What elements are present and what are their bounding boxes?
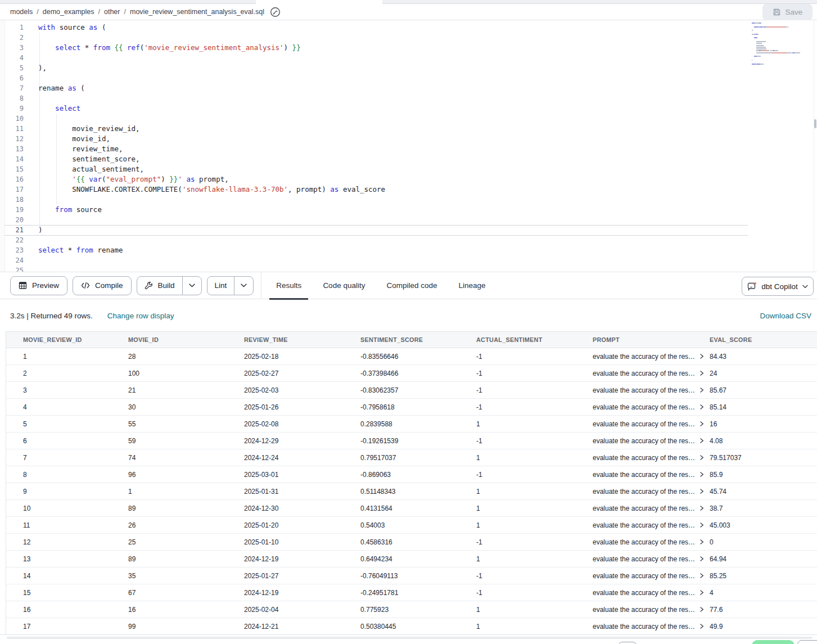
code-line[interactable]: 10	[0, 114, 748, 124]
table-cell: 84.43	[710, 353, 817, 361]
table-cell: 85.14	[710, 403, 817, 411]
table-cell: 89	[128, 555, 244, 563]
code-line[interactable]: 3 select * from {{ ref('movie_review_sen…	[0, 43, 748, 53]
breadcrumb-segment[interactable]: demo_examples	[43, 8, 94, 16]
expand-prompt-chevron-icon[interactable]	[699, 505, 705, 511]
compile-button[interactable]: Compile	[73, 276, 132, 295]
tab-results[interactable]: Results	[269, 272, 308, 299]
editor-minimap[interactable]	[752, 22, 814, 69]
table-row: 21002025-02-27-0.37398466-1evaluate the …	[6, 365, 817, 382]
code-line[interactable]: 14 sentiment_score,	[0, 154, 748, 164]
horizontal-scrollbar[interactable]	[7, 637, 813, 639]
code-line[interactable]: 11 movie_review_id,	[0, 124, 748, 134]
code-line[interactable]: 16 '{{ var("eval_prompt") }}' as prompt,	[0, 174, 748, 184]
table-cell: 4	[23, 403, 128, 411]
build-dropdown-caret[interactable]	[182, 277, 201, 295]
code-text	[24, 265, 38, 272]
expand-prompt-chevron-icon[interactable]	[699, 573, 705, 579]
code-line[interactable]: 19 from source	[0, 205, 748, 215]
table-cell: -0.37398466	[360, 370, 476, 377]
tab-compiled-code[interactable]: Compiled code	[380, 272, 444, 299]
code-line[interactable]: 1with source as (	[0, 22, 748, 33]
lint-dropdown-caret[interactable]	[234, 277, 253, 295]
expand-prompt-chevron-icon[interactable]	[699, 353, 705, 359]
table-cell: 16	[23, 606, 128, 614]
save-button[interactable]: Save	[762, 4, 813, 20]
compile-label: Compile	[95, 281, 123, 290]
prompt-text: evaluate the accuracy of the res…	[593, 403, 695, 411]
table-cell: 4.08	[710, 437, 817, 445]
code-text	[24, 114, 38, 124]
breadcrumb-segment[interactable]: movie_review_sentiment_analysis_eval.sql	[130, 8, 264, 16]
code-line[interactable]: 7rename as (	[0, 83, 748, 93]
expand-prompt-chevron-icon[interactable]	[699, 488, 705, 494]
table-cell: 2025-01-27	[244, 572, 360, 580]
change-row-display-link[interactable]: Change row display	[107, 312, 174, 320]
code-line[interactable]: 25	[0, 265, 748, 272]
partial-green-button[interactable]	[752, 640, 795, 644]
line-number: 9	[0, 103, 24, 114]
table-cell: 3	[23, 386, 128, 394]
expand-prompt-chevron-icon[interactable]	[699, 454, 705, 461]
code-line[interactable]: 20	[0, 215, 748, 225]
breadcrumb-segment[interactable]: other	[104, 8, 120, 16]
expand-prompt-chevron-icon[interactable]	[699, 370, 705, 376]
editor-code-area[interactable]: 1with source as (23 select * from {{ ref…	[0, 22, 748, 272]
table-row: 1282025-02-18-0.83556646-1evaluate the a…	[6, 348, 817, 365]
code-line[interactable]: 22	[0, 235, 748, 245]
tab-code-quality[interactable]: Code quality	[316, 272, 372, 299]
results-tab-bar: ResultsCode qualityCompiled codeLineage	[269, 272, 500, 299]
dbt-copilot-button[interactable]: dbt Copilot	[742, 277, 814, 296]
code-line[interactable]: 17 SNOWFLAKE.CORTEX.COMPLETE('snowflake-…	[0, 184, 748, 195]
code-line[interactable]: 24	[0, 255, 748, 265]
column-header-movie_review_id: MOVIE_REVIEW_ID	[23, 336, 128, 343]
expand-prompt-chevron-icon[interactable]	[699, 471, 705, 478]
table-row: 6592024-12-29-0.19261539-1evaluate the a…	[6, 433, 817, 449]
code-line[interactable]: 13 review_time,	[0, 144, 748, 154]
expand-prompt-chevron-icon[interactable]	[699, 387, 705, 393]
code-line[interactable]: 5),	[0, 63, 748, 73]
code-line[interactable]: 18	[0, 195, 748, 205]
editor-scrollbar-thumb[interactable]	[814, 119, 816, 128]
prompt-text: evaluate the accuracy of the res…	[593, 538, 695, 546]
expand-prompt-chevron-icon[interactable]	[699, 556, 705, 562]
download-csv-link[interactable]: Download CSV	[760, 312, 811, 320]
action-toolbar: Preview Compile Build Lint ResultsCode q…	[0, 272, 817, 299]
lint-button[interactable]: Lint	[207, 277, 234, 295]
code-line[interactable]: 6	[0, 73, 748, 83]
expand-prompt-chevron-icon[interactable]	[699, 438, 705, 444]
table-cell: 16	[710, 420, 817, 428]
table-cell: 7	[23, 454, 128, 462]
preview-label: Preview	[32, 281, 59, 290]
code-line[interactable]: 9 select	[0, 103, 748, 114]
line-number: 3	[0, 43, 24, 53]
expand-prompt-chevron-icon[interactable]	[699, 589, 705, 596]
expand-prompt-chevron-icon[interactable]	[699, 404, 705, 410]
table-cell: 0	[710, 538, 817, 546]
expand-prompt-chevron-icon[interactable]	[699, 539, 705, 545]
code-editor[interactable]: 1with source as (23 select * from {{ ref…	[0, 20, 817, 272]
code-line[interactable]: 21)	[0, 225, 748, 235]
preview-button[interactable]: Preview	[10, 276, 67, 295]
expand-prompt-chevron-icon[interactable]	[699, 606, 705, 613]
code-line[interactable]: 4	[0, 53, 748, 63]
copilot-edit-icon[interactable]	[270, 7, 281, 17]
code-line[interactable]: 8	[0, 93, 748, 103]
prompt-text: evaluate the accuracy of the res…	[593, 471, 695, 479]
code-line[interactable]: 12 movie_id,	[0, 134, 748, 144]
tab-lineage[interactable]: Lineage	[452, 272, 493, 299]
expand-prompt-chevron-icon[interactable]	[699, 522, 705, 528]
code-line[interactable]: 15 actual_sentiment,	[0, 164, 748, 174]
partial-button[interactable]	[797, 640, 817, 644]
save-icon	[773, 8, 781, 16]
line-number: 15	[0, 164, 24, 174]
code-line[interactable]: 2	[0, 33, 748, 43]
expand-prompt-chevron-icon[interactable]	[699, 623, 705, 629]
build-button[interactable]: Build	[137, 277, 182, 295]
partial-button[interactable]	[618, 642, 637, 644]
code-line[interactable]: 23select * from rename	[0, 245, 748, 255]
line-number: 1	[0, 22, 24, 33]
prompt-cell: evaluate the accuracy of the res…	[593, 437, 710, 445]
breadcrumb-segment[interactable]: models	[10, 8, 33, 16]
expand-prompt-chevron-icon[interactable]	[699, 421, 705, 427]
